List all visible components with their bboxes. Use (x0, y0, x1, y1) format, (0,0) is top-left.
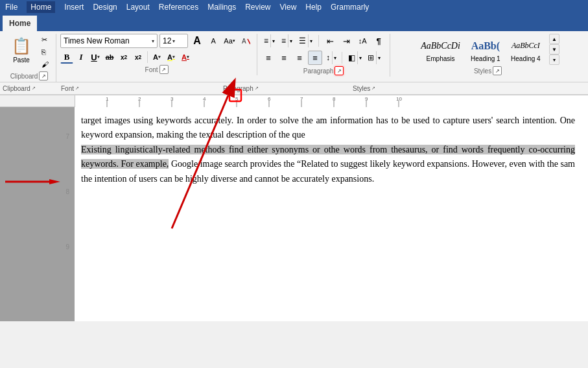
line-9: 9 (65, 243, 69, 251)
font-size-dropdown[interactable]: 12 ▾ (159, 34, 188, 48)
styles-expand-icon: ↗ (371, 86, 375, 91)
multilevel-list-button[interactable]: ☰▾ (296, 34, 314, 48)
svg-text:9: 9 (365, 96, 368, 102)
show-formatting-button[interactable]: ¶ (371, 34, 386, 48)
increase-indent-button[interactable]: ⇥ (339, 34, 353, 48)
numbering-button[interactable]: ≡▾ (279, 34, 294, 48)
shading-button[interactable]: ◧▾ (346, 51, 364, 65)
underline-button[interactable]: U▾ (89, 51, 102, 64)
decrease-indent-button[interactable]: ⇤ (323, 34, 337, 48)
svg-text:5: 5 (235, 96, 239, 102)
grow-font-button[interactable]: A (190, 34, 204, 48)
menu-insert[interactable]: Insert (64, 3, 84, 12)
superscript-button[interactable]: x2 (132, 51, 145, 64)
menu-mailings[interactable]: Mailings (207, 3, 236, 12)
change-case-button[interactable]: Aa▾ (222, 34, 237, 48)
menu-home[interactable]: Home (27, 1, 55, 13)
font-label: Font ↗ (60, 65, 253, 74)
page-content[interactable]: target images using keywords accurately.… (75, 107, 588, 193)
styles-expand[interactable]: ▾ (549, 55, 559, 65)
clipboard-section: Clipboard ↗ (3, 85, 61, 92)
para-row-2: ≡ ≡ ≡ ≡ ↕▾ ◧▾ ⊞▾ (261, 51, 382, 65)
clipboard-section-label[interactable]: Clipboard ↗ (3, 85, 61, 92)
italic-button[interactable]: I (75, 51, 88, 64)
line-8: 8 (65, 188, 69, 195)
font-section-label[interactable]: Font ↗ (61, 85, 223, 92)
page: target images using keywords accurately.… (75, 107, 588, 321)
strikethrough-button[interactable]: ab (103, 51, 116, 64)
font-row-2: B I U▾ ab x2 x2 A▾ A▾ A▾ (60, 51, 192, 64)
paragraph-label: Paragraph ↗ (261, 66, 386, 75)
paragraph-group: ≡▾ ≡▾ ☰▾ ⇤ ⇥ ↕A ¶ ≡ ≡ ≡ ≡ (257, 34, 390, 77)
para-sep2 (342, 52, 342, 64)
tab-home[interactable]: Home (3, 14, 37, 31)
menu-references[interactable]: References (159, 3, 198, 12)
heading4-label: Heading 4 (511, 55, 541, 62)
subscript-button[interactable]: x2 (117, 51, 130, 64)
align-left-button[interactable]: ≡ (261, 51, 276, 65)
clipboard-label: Clipboard ↗ (6, 71, 52, 80)
para-sep1 (318, 35, 319, 47)
font-color-button[interactable]: A▾ (179, 51, 192, 64)
menu-review[interactable]: Review (245, 3, 270, 12)
align-right-button[interactable]: ≡ (292, 51, 307, 65)
clipboard-expand-btn[interactable]: ↗ (39, 71, 48, 80)
arrow-shaft (5, 179, 60, 184)
clipboard-group: 📋 Paste ✂ ⎘ 🖌 Clipboard ↗ (3, 34, 56, 82)
menu-grammarly[interactable]: Grammarly (331, 3, 369, 12)
line-spacing-button[interactable]: ↕▾ (323, 51, 338, 65)
style-heading1[interactable]: AaBb( Heading 1 (466, 35, 505, 64)
styles-section-label[interactable]: Styles ↗ (353, 85, 585, 92)
styles-section: Styles ↗ (353, 85, 585, 92)
ribbon-controls: 📋 Paste ✂ ⎘ 🖌 Clipboard ↗ (0, 31, 588, 82)
menu-help[interactable]: Help (305, 3, 322, 12)
sort-button[interactable]: ↕A (355, 34, 370, 48)
bullets-button[interactable]: ≡▾ (261, 34, 277, 48)
paragraph-section-label[interactable]: Paragraph ↗ (223, 85, 353, 92)
styles-scroll-up[interactable]: ▲ (549, 34, 559, 44)
style-emphasis[interactable]: AaBbCcDi Emphasis (416, 35, 465, 64)
styles-expand-btn[interactable]: ↗ (493, 66, 502, 75)
copy-button[interactable]: ⎘ (39, 46, 52, 58)
align-center-button[interactable]: ≡ (277, 51, 291, 65)
justify-button[interactable]: ≡ (308, 51, 322, 65)
ribbon-labels-row: Clipboard ↗ Font ↗ Paragraph ↗ Styles ↗ (0, 82, 588, 95)
styles-content: AaBbCcDi Emphasis AaBb( Heading 1 AaBbCc… (416, 34, 559, 65)
styles-group: AaBbCcDi Emphasis AaBb( Heading 1 AaBbCc… (390, 34, 585, 77)
svg-text:8: 8 (333, 96, 336, 102)
font-name-dropdown[interactable]: Times New Roman ▾ (60, 34, 158, 48)
font-expand-btn[interactable]: ↗ (159, 65, 169, 74)
document-area: 7 8 9 target images using keywords accur… (0, 107, 588, 321)
arrow-annotation (5, 179, 60, 184)
left-margin: 7 8 9 (0, 107, 75, 321)
styles-scroll: ▲ ▼ ▾ (549, 34, 559, 65)
highlight-color-button[interactable]: A▾ (165, 51, 178, 64)
menu-design[interactable]: Design (93, 3, 117, 12)
ruler: 1 2 3 4 5 6 7 8 9 10 (0, 95, 588, 107)
menu-file[interactable]: File (5, 3, 18, 12)
svg-text:2: 2 (138, 96, 141, 102)
svg-text:4: 4 (203, 96, 206, 102)
menu-bar: File Home Insert Design Layout Reference… (0, 0, 588, 14)
paragraph-2: Existing linguistically-related methods … (81, 143, 575, 186)
svg-text:10: 10 (396, 96, 402, 102)
styles-label: Styles ↗ (394, 66, 582, 75)
clipboard-sub: ✂ ⎘ 🖌 (39, 34, 52, 70)
font-group: Times New Roman ▾ 12 ▾ A A Aa▾ A B I (56, 34, 257, 75)
styles-items: AaBbCcDi Emphasis AaBb( Heading 1 AaBbCc… (416, 35, 545, 64)
format-painter-button[interactable]: 🖌 (39, 58, 52, 70)
paste-button[interactable]: 📋 Paste (6, 34, 36, 66)
shrink-font-button[interactable]: A (206, 34, 220, 48)
cut-button[interactable]: ✂ (39, 34, 52, 45)
text-effects-button[interactable]: A▾ (150, 51, 163, 64)
borders-button[interactable]: ⊞▾ (365, 51, 382, 65)
bold-button[interactable]: B (60, 51, 73, 64)
styles-scroll-down[interactable]: ▼ (549, 44, 559, 55)
paste-icon: 📋 (11, 36, 32, 56)
menu-view[interactable]: View (280, 3, 297, 12)
paragraph-expand-btn[interactable]: ↗ (335, 66, 344, 75)
clear-formatting-button[interactable]: A (239, 34, 253, 48)
menu-layout[interactable]: Layout (126, 3, 150, 12)
style-heading4[interactable]: AaBbCcI Heading 4 (506, 35, 545, 64)
cut-icon: ✂ (41, 36, 47, 44)
